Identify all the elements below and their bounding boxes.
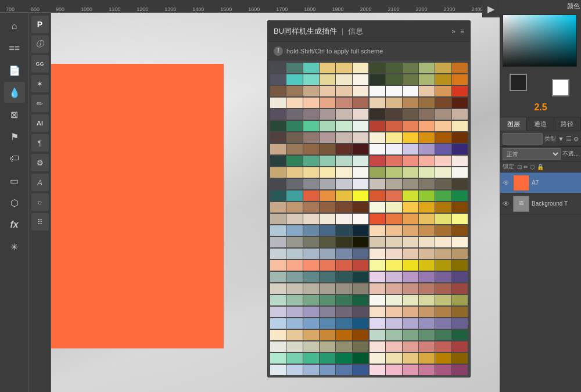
color-swatch-l-10-2[interactable] xyxy=(303,179,319,189)
color-swatch-l-1-2[interactable] xyxy=(303,74,319,85)
color-swatch-l-16-4[interactable] xyxy=(336,249,352,259)
color-swatch-l-20-1[interactable] xyxy=(286,295,302,305)
color-swatch-r-2-2[interactable] xyxy=(403,86,418,96)
color-swatch-l-26-4[interactable] xyxy=(336,365,352,375)
color-swatch-r-11-4[interactable] xyxy=(435,190,451,201)
color-swatch-l-14-1[interactable] xyxy=(286,225,302,236)
color-swatch-l-25-2[interactable] xyxy=(303,353,319,364)
color-swatch-r-25-1[interactable] xyxy=(386,353,401,364)
color-swatch-r-0-2[interactable] xyxy=(403,63,418,73)
color-swatch-r-18-2[interactable] xyxy=(403,272,418,282)
color-swatch-r-5-2[interactable] xyxy=(403,121,418,131)
plugin-dots-btn[interactable]: ⠿ xyxy=(31,213,49,231)
background-color-swatch[interactable] xyxy=(552,79,569,96)
color-swatch-l-19-4[interactable] xyxy=(336,283,352,294)
tab-layers[interactable]: 图层 xyxy=(500,117,527,131)
color-swatch-l-25-4[interactable] xyxy=(336,353,352,364)
color-swatch-l-25-0[interactable] xyxy=(270,353,286,364)
color-swatch-l-14-3[interactable] xyxy=(320,225,335,236)
color-swatch-r-13-2[interactable] xyxy=(403,214,418,224)
tool-sun[interactable]: ✳ xyxy=(4,236,25,257)
color-swatch-l-10-5[interactable] xyxy=(353,179,368,189)
color-swatch-r-20-5[interactable] xyxy=(452,295,468,305)
color-swatch-r-6-4[interactable] xyxy=(435,132,451,143)
color-swatch-l-23-2[interactable] xyxy=(303,330,319,340)
color-swatch-l-7-1[interactable] xyxy=(286,144,302,154)
color-swatch-l-0-3[interactable] xyxy=(320,63,335,73)
color-swatch-r-24-4[interactable] xyxy=(435,341,451,352)
color-swatch-r-12-3[interactable] xyxy=(419,202,435,213)
color-swatch-r-14-3[interactable] xyxy=(419,225,435,236)
color-swatch-r-3-0[interactable] xyxy=(370,98,385,108)
color-swatch-r-5-4[interactable] xyxy=(435,121,451,131)
lock-move-icon[interactable]: ✏ xyxy=(523,164,528,170)
color-swatch-l-11-1[interactable] xyxy=(286,190,302,201)
color-swatch-r-8-3[interactable] xyxy=(419,156,435,166)
color-swatch-r-18-1[interactable] xyxy=(386,272,401,282)
color-swatch-r-26-4[interactable] xyxy=(435,365,451,375)
color-swatch-r-9-3[interactable] xyxy=(419,167,435,178)
color-swatch-r-21-5[interactable] xyxy=(452,307,468,317)
plugin-star-btn[interactable]: ✶ xyxy=(31,75,49,92)
color-swatch-r-12-1[interactable] xyxy=(386,202,401,213)
color-swatch-r-13-1[interactable] xyxy=(386,214,401,224)
color-swatch-l-21-3[interactable] xyxy=(320,307,335,317)
tool-box3d[interactable]: ⬡ xyxy=(4,192,25,213)
color-swatch-l-7-4[interactable] xyxy=(336,144,352,154)
color-swatch-l-5-3[interactable] xyxy=(320,121,335,131)
color-swatch-l-6-4[interactable] xyxy=(336,132,352,143)
color-swatch-r-4-3[interactable] xyxy=(419,109,435,120)
color-swatch-r-10-5[interactable] xyxy=(452,179,468,189)
play-icon[interactable]: ▶ xyxy=(487,3,494,15)
color-swatch-r-23-4[interactable] xyxy=(435,330,451,340)
color-swatch-l-20-4[interactable] xyxy=(336,295,352,305)
color-swatch-l-1-3[interactable] xyxy=(320,74,335,85)
color-swatch-r-16-4[interactable] xyxy=(435,249,451,259)
plugin-info-btn[interactable]: ⓘ xyxy=(31,35,49,53)
color-swatch-r-15-0[interactable] xyxy=(370,237,385,247)
color-swatch-r-13-5[interactable] xyxy=(452,214,468,224)
color-swatch-l-15-2[interactable] xyxy=(303,237,319,247)
color-swatch-l-18-5[interactable] xyxy=(353,272,368,282)
color-swatch-l-18-0[interactable] xyxy=(270,272,286,282)
color-swatch-r-6-3[interactable] xyxy=(419,132,435,143)
color-swatch-r-13-0[interactable] xyxy=(370,214,385,224)
color-swatch-l-13-0[interactable] xyxy=(270,214,286,224)
color-swatch-r-2-4[interactable] xyxy=(435,86,451,96)
color-swatch-r-7-0[interactable] xyxy=(370,144,385,154)
color-swatch-l-4-3[interactable] xyxy=(320,109,335,120)
color-swatch-l-9-2[interactable] xyxy=(303,167,319,178)
color-swatch-l-14-5[interactable] xyxy=(353,225,368,236)
color-swatch-r-23-2[interactable] xyxy=(403,330,418,340)
color-swatch-r-24-2[interactable] xyxy=(403,341,418,352)
color-swatch-l-17-3[interactable] xyxy=(320,260,335,271)
color-swatch-l-1-0[interactable] xyxy=(270,74,286,85)
color-swatch-l-10-3[interactable] xyxy=(320,179,335,189)
color-swatch-r-10-1[interactable] xyxy=(386,179,401,189)
color-swatch-r-11-1[interactable] xyxy=(386,190,401,201)
panel-expand-icon[interactable]: » xyxy=(451,27,456,35)
color-swatch-l-12-2[interactable] xyxy=(303,202,319,213)
panel-info-tab[interactable]: 信息 xyxy=(348,26,363,37)
color-swatch-r-22-5[interactable] xyxy=(452,318,468,329)
color-swatch-l-13-5[interactable] xyxy=(353,214,368,224)
color-swatch-l-19-3[interactable] xyxy=(320,283,335,294)
color-swatch-r-7-5[interactable] xyxy=(452,144,468,154)
layers-options-icon[interactable]: ☰ xyxy=(566,135,572,143)
color-swatch-l-20-0[interactable] xyxy=(270,295,286,305)
color-swatch-r-3-1[interactable] xyxy=(386,98,401,108)
color-swatch-l-22-4[interactable] xyxy=(336,318,352,329)
color-swatch-r-1-3[interactable] xyxy=(419,74,435,85)
color-swatch-r-11-2[interactable] xyxy=(403,190,418,201)
color-swatch-r-3-5[interactable] xyxy=(452,98,468,108)
color-swatch-r-7-4[interactable] xyxy=(435,144,451,154)
color-swatch-l-0-0[interactable] xyxy=(270,63,286,73)
color-swatch-r-25-3[interactable] xyxy=(419,353,435,364)
color-swatch-l-3-3[interactable] xyxy=(320,98,335,108)
color-swatch-r-7-1[interactable] xyxy=(386,144,401,154)
color-swatch-r-8-4[interactable] xyxy=(435,156,451,166)
color-swatch-r-22-1[interactable] xyxy=(386,318,401,329)
color-swatch-l-16-5[interactable] xyxy=(353,249,368,259)
color-swatch-r-5-1[interactable] xyxy=(386,121,401,131)
color-swatch-l-8-2[interactable] xyxy=(303,156,319,166)
